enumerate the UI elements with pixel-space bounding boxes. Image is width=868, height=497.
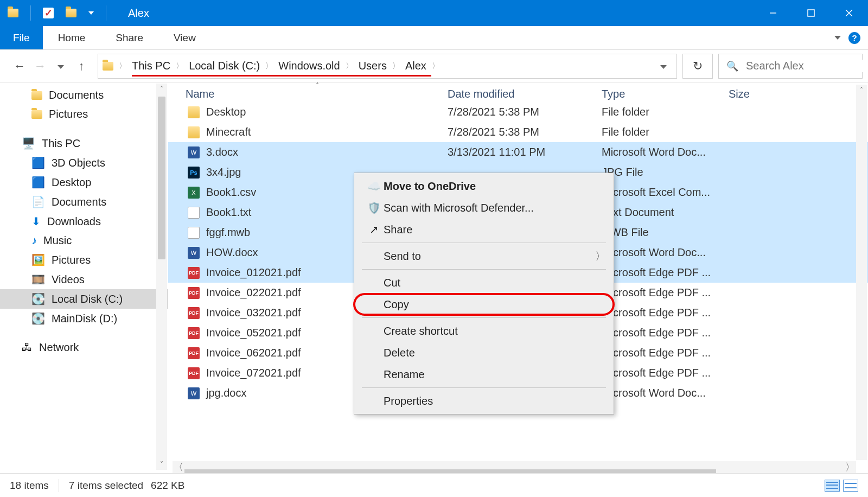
- breadcrumb-item[interactable]: Local Disk (C:): [186, 60, 263, 72]
- sidebar-item-pictures[interactable]: Pictures: [0, 105, 168, 124]
- search-box[interactable]: 🔍: [718, 54, 863, 79]
- col-type[interactable]: Type: [602, 88, 729, 100]
- chevron-right-icon[interactable]: 〉: [263, 61, 275, 71]
- sidebar-item-3dobjects[interactable]: 🟦3D Objects: [0, 153, 168, 173]
- forward-button[interactable]: →: [33, 59, 48, 73]
- ctx-cut[interactable]: Cut: [354, 272, 614, 294]
- ctx-label: Send to: [384, 250, 595, 263]
- ctx-send-to[interactable]: Send to〉: [354, 245, 614, 267]
- ctx-share[interactable]: ↗Share: [354, 219, 614, 240]
- qat-dropdown-icon[interactable]: [88, 11, 94, 15]
- sidebar-item-network[interactable]: 🖧Network: [0, 338, 168, 357]
- cloud-icon: ☁️: [364, 180, 384, 193]
- scroll-up-icon[interactable]: ˄: [156, 84, 167, 94]
- history-dropdown[interactable]: [53, 62, 68, 71]
- sidebar-item-thispc[interactable]: 🖥️This PC: [0, 133, 168, 153]
- folder-icon: [188, 126, 200, 138]
- view-icons-button[interactable]: [843, 480, 858, 492]
- address-dropdown[interactable]: [655, 60, 672, 72]
- maximize-button[interactable]: [792, 0, 830, 26]
- file-name: Desktop: [206, 106, 246, 118]
- scroll-left-icon[interactable]: 〈: [173, 461, 184, 474]
- ribbon-expand-icon[interactable]: [834, 36, 841, 40]
- sidebar-item-music[interactable]: ♪Music: [0, 231, 168, 250]
- scroll-up-icon[interactable]: ˄: [856, 85, 867, 95]
- file-type: Text Document: [602, 206, 729, 219]
- address-bar-row: ← → ↑ 〉 This PC 〉 Local Disk (C:) 〉 Wind…: [0, 50, 868, 82]
- file-name: 3.docx: [206, 146, 238, 158]
- address-bar[interactable]: 〉 This PC 〉 Local Disk (C:) 〉 Windows.ol…: [98, 54, 677, 79]
- check-icon[interactable]: ✓: [43, 8, 54, 18]
- pdf-icon: PDF: [188, 327, 200, 339]
- sidebar-scrollbar[interactable]: ˄ ˅: [156, 84, 167, 470]
- file-name: 3x4.jpg: [206, 166, 241, 179]
- ctx-rename[interactable]: Rename: [354, 364, 614, 385]
- sidebar-item-videos[interactable]: 🎞️Videos: [0, 270, 168, 289]
- sidebar-item-desktop[interactable]: 🟦Desktop: [0, 173, 168, 192]
- xl-icon: X: [188, 187, 200, 199]
- ctx-label: Rename: [384, 368, 614, 381]
- chevron-right-icon[interactable]: 〉: [174, 61, 186, 71]
- breadcrumb-item[interactable]: Users: [355, 60, 390, 72]
- scroll-down-icon[interactable]: ˅: [156, 459, 167, 470]
- breadcrumb-item[interactable]: This PC: [129, 60, 174, 72]
- ctx-delete[interactable]: Delete: [354, 342, 614, 364]
- sidebar-item-documents[interactable]: Documents: [0, 86, 168, 105]
- sidebar-item-documents[interactable]: 📄Documents: [0, 192, 168, 212]
- ctx-scan-with-microsoft-defender-[interactable]: 🛡️Scan with Microsoft Defender...: [354, 197, 614, 219]
- folder-icon[interactable]: [66, 9, 76, 17]
- pdf-icon: PDF: [188, 287, 200, 299]
- breadcrumb-item[interactable]: Alex: [402, 60, 430, 72]
- sidebar-item-downloads[interactable]: ⬇Downloads: [0, 212, 168, 231]
- chevron-right-icon[interactable]: 〉: [343, 61, 355, 71]
- sidebar-item-maindisk-d[interactable]: 💽MainDisk (D:): [0, 309, 168, 328]
- sidebar-item-pictures[interactable]: 🖼️Pictures: [0, 250, 168, 270]
- file-date: 7/28/2021 5:38 PM: [448, 106, 602, 118]
- file-row[interactable]: W3.docx3/13/2021 11:01 PMMicrosoft Word …: [168, 142, 868, 162]
- chevron-right-icon[interactable]: 〉: [430, 61, 442, 71]
- vertical-scrollbar[interactable]: ˄: [856, 85, 867, 460]
- tab-view[interactable]: View: [158, 26, 211, 49]
- file-type: Microsoft Edge PDF ...: [602, 347, 729, 359]
- context-menu: ☁️Move to OneDrive🛡️Scan with Microsoft …: [354, 173, 614, 415]
- file-row[interactable]: Desktop7/28/2021 5:38 PMFile folder: [168, 102, 868, 122]
- chevron-right-icon[interactable]: 〉: [117, 61, 129, 71]
- sidebar-item-localdisk-c[interactable]: 💽Local Disk (C:): [0, 289, 168, 309]
- scroll-right-icon[interactable]: 〉: [844, 461, 856, 474]
- minimize-button[interactable]: [754, 0, 792, 26]
- refresh-button[interactable]: ↻: [682, 54, 713, 79]
- file-type: File folder: [602, 126, 729, 138]
- tab-share[interactable]: Share: [100, 26, 158, 49]
- up-button[interactable]: ↑: [74, 59, 89, 73]
- close-button[interactable]: [830, 0, 868, 26]
- drive-icon: 💽: [31, 292, 45, 305]
- ctx-create-shortcut[interactable]: Create shortcut: [354, 320, 614, 342]
- breadcrumb-item[interactable]: Windows.old: [275, 60, 343, 72]
- file-name: Book1.csv: [206, 186, 256, 199]
- view-details-button[interactable]: [825, 480, 840, 492]
- search-input[interactable]: [746, 60, 868, 72]
- file-row[interactable]: Minecraft7/28/2021 5:38 PMFile folder: [168, 122, 868, 142]
- file-type: Microsoft Edge PDF ...: [602, 367, 729, 379]
- col-name[interactable]: Name: [168, 88, 448, 100]
- ctx-copy[interactable]: Copy: [354, 294, 614, 315]
- tab-home[interactable]: Home: [43, 26, 101, 49]
- file-name: Book1.txt: [206, 206, 251, 219]
- file-name: Minecraft: [206, 126, 251, 138]
- file-type: Microsoft Excel Com...: [602, 186, 729, 199]
- ps-icon: Ps: [188, 167, 200, 179]
- col-date[interactable]: Date modified: [448, 88, 602, 100]
- ctx-properties[interactable]: Properties: [354, 390, 614, 412]
- chevron-right-icon[interactable]: 〉: [390, 61, 402, 71]
- horizontal-scrollbar[interactable]: 〈 〉: [173, 461, 856, 473]
- tab-file[interactable]: File: [0, 26, 43, 49]
- music-icon: ♪: [31, 234, 37, 247]
- pdf-icon: PDF: [188, 367, 200, 379]
- col-size[interactable]: Size: [729, 88, 756, 100]
- back-button[interactable]: ←: [12, 59, 27, 73]
- file-type: Microsoft Word Doc...: [602, 387, 729, 399]
- search-icon: 🔍: [726, 60, 738, 72]
- ctx-move-to-onedrive[interactable]: ☁️Move to OneDrive: [354, 175, 614, 197]
- help-icon[interactable]: ?: [848, 32, 860, 44]
- scroll-thumb[interactable]: [158, 97, 165, 259]
